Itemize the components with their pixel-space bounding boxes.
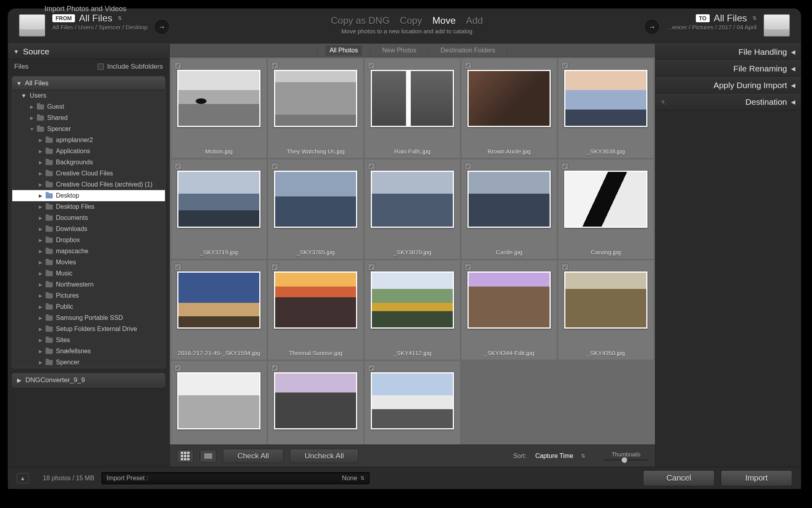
thumbnail-cell[interactable]: ✓Castle.jpg bbox=[462, 160, 557, 259]
thumbnail-checkbox[interactable]: ✓ bbox=[465, 163, 472, 170]
thumbnail-checkbox[interactable]: ✓ bbox=[465, 62, 472, 69]
tree-item[interactable]: ▶Shared bbox=[12, 112, 165, 123]
include-subfolders-checkbox[interactable] bbox=[98, 64, 104, 70]
thumbnail-cell[interactable]: ✓Rain Falls.jpg bbox=[365, 59, 460, 158]
mode-add[interactable]: Add bbox=[466, 15, 483, 26]
tree-item[interactable]: ▶Music bbox=[12, 268, 165, 279]
from-badge: FROM bbox=[52, 14, 75, 22]
thumbnail-cell[interactable]: ✓_SKY3638.jpg bbox=[558, 59, 653, 158]
tab-all-photos[interactable]: All Photos bbox=[326, 45, 362, 56]
thumbnail-cell[interactable]: ✓_SKY_partial3 bbox=[365, 361, 460, 444]
source-arrow-button[interactable]: → bbox=[155, 20, 169, 34]
dng-converter-row[interactable]: ▶ DNGConverter_9_9 bbox=[12, 373, 165, 387]
thumbnail-checkbox[interactable]: ✓ bbox=[561, 163, 569, 170]
thumbnail-cell[interactable]: ✓Motion.jpg bbox=[171, 59, 266, 158]
thumbnail-cell[interactable]: ✓_SKY3719.jpg bbox=[171, 160, 266, 259]
tab-new-photos[interactable]: New Photos bbox=[378, 45, 420, 56]
import-button[interactable]: Import bbox=[721, 470, 792, 486]
disclose-icon: ▶ bbox=[38, 238, 42, 243]
tree-root[interactable]: ▼ All Files bbox=[12, 77, 165, 90]
tree-item[interactable]: ▶Desktop bbox=[12, 190, 165, 201]
thumbnail-cell[interactable]: ✓Brown Anole.jpg bbox=[462, 59, 557, 158]
file-handling-panel[interactable]: File Handling ◀ bbox=[655, 44, 801, 60]
tree-item[interactable]: ▶Backgrounds bbox=[12, 157, 165, 168]
dest-arrow-button[interactable]: → bbox=[645, 20, 659, 34]
thumbnail-cell[interactable]: ✓_SKY4344-Edit.jpg bbox=[462, 260, 557, 360]
tree-item[interactable]: ▶Setup Folders External Drive bbox=[12, 323, 165, 335]
thumbnail-checkbox[interactable]: ✓ bbox=[368, 62, 375, 69]
dest-picker[interactable]: TO All Files ⇅ bbox=[666, 13, 756, 24]
sort-value[interactable]: Capture Time bbox=[535, 452, 573, 460]
add-destination-icon[interactable]: +. bbox=[661, 98, 667, 106]
thumbnail-image bbox=[371, 372, 454, 429]
thumbnail-checkbox[interactable]: ✓ bbox=[368, 364, 375, 371]
thumbnail-checkbox[interactable]: ✓ bbox=[271, 163, 278, 170]
tab-destination-folders[interactable]: Destination Folders bbox=[437, 45, 499, 56]
thumbnail-cell[interactable]: ✓_SKY_partial2 bbox=[268, 361, 363, 444]
thumbnail-checkbox[interactable]: ✓ bbox=[368, 264, 375, 271]
thumbnail-checkbox[interactable]: ✓ bbox=[368, 163, 375, 170]
grid-view-button[interactable] bbox=[177, 450, 193, 462]
tree-item-label: Movies bbox=[56, 259, 76, 266]
cancel-button[interactable]: Cancel bbox=[643, 470, 714, 486]
tree-users-label: Users bbox=[30, 92, 46, 99]
tree-item[interactable]: ▼Spencer bbox=[12, 123, 165, 135]
thumbnail-cell[interactable]: ✓_SKY4350.jpg bbox=[558, 260, 653, 360]
thumbnail-checkbox[interactable]: ✓ bbox=[271, 62, 278, 69]
tree-item[interactable]: ▶Creative Cloud Files bbox=[12, 168, 165, 179]
tree-item[interactable]: ▶Northwestern bbox=[12, 279, 165, 290]
thumbnail-cell[interactable]: ✓They Watching Us.jpg bbox=[268, 59, 363, 158]
import-preset-picker[interactable]: Import Preset : None ⇅ bbox=[101, 471, 370, 485]
destination-panel[interactable]: +. Destination ◀ bbox=[655, 94, 801, 110]
tree-item[interactable]: ▶Documents bbox=[12, 212, 165, 223]
thumbnail-cell[interactable]: ✓Thermal Sunrise.jpg bbox=[268, 260, 363, 360]
mode-move[interactable]: Move bbox=[433, 15, 456, 26]
thumbnail-cell[interactable]: ✓Carving.jpg bbox=[558, 160, 653, 259]
tree-item-label: Shared bbox=[47, 114, 68, 121]
thumbnail-checkbox[interactable]: ✓ bbox=[174, 364, 182, 371]
file-renaming-panel[interactable]: File Renaming ◀ bbox=[655, 60, 801, 77]
tree-item[interactable]: ▶Pictures bbox=[12, 290, 165, 301]
check-all-button[interactable]: Check All bbox=[223, 449, 283, 463]
tree-item[interactable]: ▶Sites bbox=[12, 335, 165, 346]
apply-during-import-panel[interactable]: Apply During Import ◀ bbox=[655, 77, 801, 94]
thumbnail-cell[interactable]: ✓_SKY4112.jpg bbox=[365, 260, 460, 360]
tree-item[interactable]: ▶Dropbox bbox=[12, 235, 165, 246]
mode-copy-dng[interactable]: Copy as DNG bbox=[331, 15, 390, 26]
mode-copy[interactable]: Copy bbox=[400, 15, 422, 26]
thumbnail-cell[interactable]: ✓_SKY_partial1 bbox=[171, 361, 266, 444]
thumbnail-checkbox[interactable]: ✓ bbox=[561, 62, 569, 69]
tree-item[interactable]: ▶Guest bbox=[12, 101, 165, 112]
source-picker[interactable]: FROM All Files ⇅ bbox=[52, 13, 147, 24]
tree-item[interactable]: ▶mapscache bbox=[12, 246, 165, 257]
tree-item[interactable]: ▶Creative Cloud Files (archived) (1) bbox=[12, 179, 165, 190]
loupe-view-button[interactable] bbox=[200, 450, 216, 462]
thumbnail-checkbox[interactable]: ✓ bbox=[271, 364, 278, 371]
thumbnail-checkbox[interactable]: ✓ bbox=[271, 264, 278, 271]
thumbnail-cell[interactable]: ✓2016-217-21-45-_SKY1594.jpg bbox=[171, 260, 266, 360]
thumbnail-checkbox[interactable]: ✓ bbox=[174, 62, 182, 69]
collapse-button[interactable]: ▴ bbox=[17, 473, 29, 483]
tree-item[interactable]: ▶apmplanner2 bbox=[12, 135, 165, 146]
uncheck-all-button[interactable]: Uncheck All bbox=[290, 449, 358, 463]
disclose-icon: ▶ bbox=[38, 327, 42, 332]
thumbnail-cell[interactable]: ✓_SKY3765.jpg bbox=[268, 160, 363, 259]
tree-item[interactable]: ▶Public bbox=[12, 301, 165, 312]
tree-item[interactable]: ▶Applications bbox=[12, 146, 165, 157]
thumbnail-cell[interactable]: ✓_SKY3870.jpg bbox=[365, 160, 460, 259]
tree-item[interactable]: ▶Snæfellsnes bbox=[12, 346, 165, 357]
tree-root-label: All Files bbox=[25, 79, 49, 87]
thumbnail-size-slider[interactable] bbox=[604, 459, 648, 461]
tree-item[interactable]: ▶Desktop Files bbox=[12, 201, 165, 212]
thumbnail-checkbox[interactable]: ✓ bbox=[174, 264, 182, 271]
thumbnail-checkbox[interactable]: ✓ bbox=[174, 163, 182, 170]
source-panel-header[interactable]: ▼ Source bbox=[8, 44, 169, 60]
tree-users[interactable]: ▼ Users bbox=[12, 90, 165, 101]
tree-item[interactable]: ▶Spencer bbox=[12, 357, 165, 368]
thumbnail-checkbox[interactable]: ✓ bbox=[465, 264, 472, 271]
tree-item[interactable]: ▶Movies bbox=[12, 257, 165, 268]
tree-item[interactable]: ▶Samsung Portable SSD bbox=[12, 312, 165, 323]
thumbnail-checkbox[interactable]: ✓ bbox=[561, 264, 569, 271]
tree-item[interactable]: ▶Downloads bbox=[12, 223, 165, 235]
thumbnail-image bbox=[177, 70, 260, 127]
